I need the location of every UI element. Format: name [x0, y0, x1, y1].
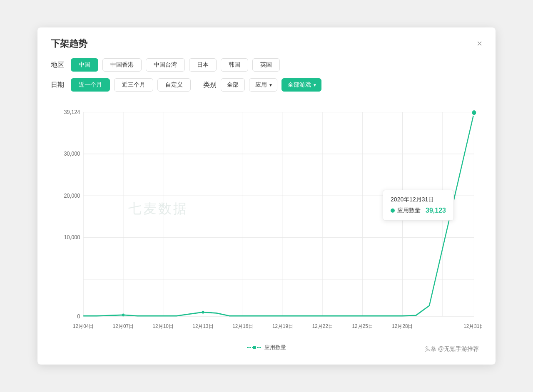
region-hk-button[interactable]: 中国香港: [102, 58, 142, 72]
date-filter-row: 日期 近一个月 近三个月 自定义 类别 全部 应用 ▼ 全部游戏 ▼: [51, 78, 482, 92]
date-month1-button[interactable]: 近一个月: [71, 78, 110, 92]
svg-text:12月13日: 12月13日: [192, 323, 213, 329]
svg-text:39,124: 39,124: [64, 109, 80, 115]
date-label: 日期: [51, 81, 64, 89]
dialog-title: 下架趋势: [51, 37, 87, 50]
region-uk-button[interactable]: 英国: [252, 58, 280, 72]
svg-text:10,000: 10,000: [64, 234, 80, 241]
dialog-header: 下架趋势 ×: [51, 37, 482, 50]
svg-text:12月31日: 12月31日: [463, 323, 482, 329]
chart-area: 七麦数据 39,124 30,000 20,000 10: [51, 98, 482, 340]
legend-area: 应用数量: [51, 344, 482, 351]
app-dropdown-arrow: ▼: [269, 83, 273, 87]
svg-text:30,000: 30,000: [64, 151, 80, 157]
date-custom-button[interactable]: 自定义: [157, 78, 191, 92]
svg-point-33: [202, 311, 204, 314]
svg-text:12月16日: 12月16日: [232, 323, 253, 329]
svg-text:0: 0: [77, 313, 80, 320]
region-china-button[interactable]: 中国: [71, 58, 98, 72]
region-tw-button[interactable]: 中国台湾: [146, 58, 185, 72]
svg-text:12月10日: 12月10日: [153, 323, 174, 329]
svg-text:12月07日: 12月07日: [113, 323, 134, 329]
category-game-select[interactable]: 全部游戏 ▼: [281, 78, 321, 92]
category-all-button[interactable]: 全部: [221, 78, 245, 92]
category-label: 类别: [203, 81, 217, 89]
game-dropdown-arrow: ▼: [313, 83, 317, 87]
region-jp-button[interactable]: 日本: [189, 58, 217, 72]
svg-text:12月22日: 12月22日: [312, 323, 333, 329]
category-app-select[interactable]: 应用 ▼: [249, 78, 277, 92]
svg-point-36: [253, 346, 256, 349]
date-month3-button[interactable]: 近三个月: [114, 78, 153, 92]
region-kr-button[interactable]: 韩国: [221, 58, 248, 72]
svg-point-32: [122, 314, 125, 317]
legend-label: 应用数量: [264, 344, 286, 351]
svg-text:12月28日: 12月28日: [392, 323, 413, 329]
svg-text:12月04日: 12月04日: [73, 323, 94, 329]
svg-text:12月19日: 12月19日: [272, 323, 293, 329]
svg-point-34: [472, 110, 477, 115]
chart-svg: 39,124 30,000 20,000 10,000 0 12月04日 12月…: [51, 98, 482, 340]
legend-item: 应用数量: [247, 344, 286, 351]
close-button[interactable]: ×: [477, 39, 482, 48]
footer-credit: 头条 @无氪手游推荐: [425, 345, 479, 353]
region-filter-row: 地区 中国 中国香港 中国台湾 日本 韩国 英国: [51, 58, 482, 72]
dialog-container: 下架趋势 × 地区 中国 中国香港 中国台湾 日本 韩国 英国 日期 近一个月 …: [37, 27, 496, 365]
svg-text:20,000: 20,000: [64, 192, 80, 199]
region-label: 地区: [51, 61, 64, 69]
svg-text:12月25日: 12月25日: [352, 323, 373, 329]
